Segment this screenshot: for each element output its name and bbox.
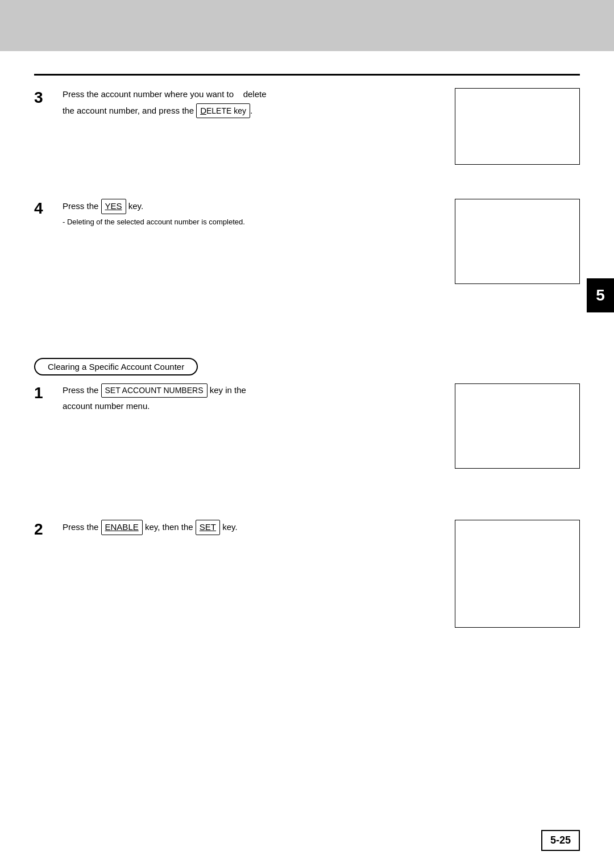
delete-key-text: D <box>200 106 206 115</box>
enable-key-badge: ENABLE <box>101 520 143 535</box>
section-pill: Clearing a Specific Account Counter <box>34 358 198 375</box>
step-4-number: 4 <box>34 199 57 218</box>
set-key-text: SET <box>200 522 216 532</box>
step-3-line1: Press the account number where you want … <box>63 88 443 101</box>
step-3-block: 3 Press the account number where you wan… <box>34 88 580 165</box>
step-3-text: Press the account number where you want … <box>57 88 455 120</box>
step-1-lower-line1: Press the SET ACCOUNT NUMBERS key in the <box>63 383 443 398</box>
step-3-line2: the account number, and press the DELETE… <box>63 103 443 119</box>
tab-number-label: 5 <box>596 286 605 304</box>
step-2-lower-number: 2 <box>34 520 57 539</box>
step-4-block: 4 Press the YES key. - Deleting of the s… <box>34 199 580 284</box>
step-4-image <box>455 199 580 284</box>
step-1-lower-block: 1 Press the SET ACCOUNT NUMBERS key in t… <box>34 383 580 469</box>
step-4-line1: Press the YES key. <box>63 199 443 214</box>
yes-key-badge: YES <box>101 199 126 214</box>
step-2-lower-block: 2 Press the ENABLE key, then the SET key… <box>34 520 580 628</box>
header-banner <box>0 0 614 51</box>
tab-number: 5 <box>587 278 614 312</box>
enable-key-text: ENABLE <box>105 522 139 532</box>
section-heading-container: Clearing a Specific Account Counter <box>34 358 198 375</box>
top-rule <box>34 74 580 76</box>
step-1-lower-text: Press the SET ACCOUNT NUMBERS key in the… <box>57 383 455 415</box>
content-area: 3 Press the account number where you wan… <box>0 80 614 823</box>
step-1-lower-image <box>455 383 580 469</box>
page-number: 5-25 <box>541 830 580 851</box>
step-2-lower-line1: Press the ENABLE key, then the SET key. <box>63 520 443 535</box>
yes-key-text: YES <box>105 201 122 211</box>
step-4-note: - Deleting of the selected account numbe… <box>63 216 443 228</box>
step-3-image <box>455 88 580 165</box>
step-4-text: Press the YES key. - Deleting of the sel… <box>57 199 455 229</box>
step-3-number: 3 <box>34 88 57 107</box>
step-2-lower-text: Press the ENABLE key, then the SET key. <box>57 520 455 537</box>
delete-key-badge: DELETE key <box>196 103 250 119</box>
step-1-lower-line2: account number menu. <box>63 400 443 413</box>
step-2-lower-image <box>455 520 580 628</box>
step-1-lower-number: 1 <box>34 383 57 403</box>
set-key-badge: SET <box>196 520 220 535</box>
set-account-numbers-key-badge: SET ACCOUNT NUMBERS <box>101 383 208 398</box>
